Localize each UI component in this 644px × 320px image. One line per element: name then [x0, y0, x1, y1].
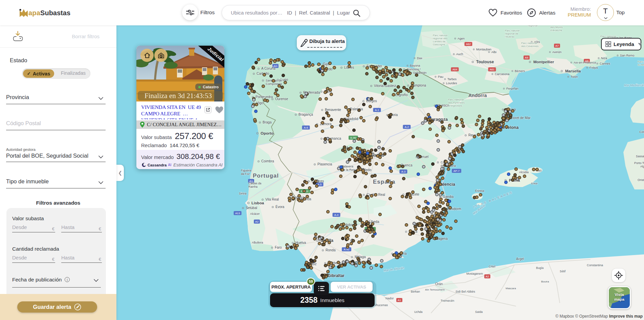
svg-text:Aïn Temouchent: Aïn Temouchent [425, 288, 445, 291]
svg-text:A61: A61 [490, 68, 495, 71]
svg-text:Mostaganem: Mostaganem [466, 272, 483, 275]
svg-text:A-4: A-4 [334, 213, 339, 216]
svg-text:Mar de Alborán: Mar de Alborán [383, 266, 404, 272]
svg-text:Faro: Faro [275, 246, 282, 249]
svg-text:Caldas da: Caldas da [248, 182, 262, 185]
svg-text:Rainha: Rainha [248, 185, 258, 188]
svg-text:San Remo: San Remo [620, 54, 635, 57]
svg-text:Uchda: Uchda [414, 310, 423, 314]
svg-text:Palencia: Palencia [350, 107, 363, 111]
svg-text:S'Illot: S'Illot [531, 182, 538, 185]
svg-text:Parc naturel: Parc naturel [638, 60, 644, 63]
svg-text:Dax: Dax [417, 56, 423, 60]
svg-text:Niza: Niza [601, 56, 607, 60]
svg-text:Argel: Argel [516, 257, 524, 261]
svg-text:Parc national: Parc national [448, 98, 464, 101]
svg-text:Cannes: Cannes [600, 62, 610, 65]
svg-text:Mar Mediterráneo: Mar Mediterráneo [624, 84, 644, 87]
svg-text:Gascogne: Gascogne [433, 43, 445, 46]
svg-text:A-1: A-1 [375, 109, 379, 112]
svg-text:Córcega: Córcega [639, 130, 644, 134]
svg-text:Toulouse: Toulouse [476, 60, 494, 64]
svg-text:Béziers: Béziers [515, 69, 525, 73]
svg-text:Perpiñán: Perpiñán [506, 87, 518, 90]
svg-text:A13: A13 [235, 212, 240, 215]
svg-text:Braga: Braga [263, 120, 272, 124]
svg-text:Porto Torres: Porto Torres [634, 161, 644, 165]
svg-text:Bragança: Bragança [298, 113, 313, 116]
svg-text:A-3: A-3 [401, 170, 406, 173]
svg-text:Albufeira: Albufeira [252, 241, 263, 244]
svg-text:Sintra: Sintra [239, 192, 246, 195]
svg-text:Marsella: Marsella [565, 69, 581, 73]
svg-text:da Foz: da Foz [241, 172, 250, 176]
svg-text:Carcasona: Carcasona [495, 72, 510, 76]
svg-text:A7: A7 [555, 44, 559, 47]
svg-text:Figueira: Figueira [241, 169, 251, 172]
svg-text:Constantina: Constantina [587, 264, 603, 267]
svg-text:des Cévennes: des Cévennes [521, 45, 538, 48]
svg-text:Saïda: Saïda [475, 310, 483, 314]
svg-text:Gandia: Gandia [443, 195, 454, 199]
svg-text:Oristán: Oristán [638, 178, 644, 182]
svg-text:régional de: régional de [505, 32, 518, 35]
svg-text:Orán: Orán [435, 282, 443, 286]
svg-text:Parc naturel: Parc naturel [433, 34, 447, 37]
svg-text:Aix-en-Provence: Aix-en-Provence [574, 61, 596, 64]
svg-text:A-6: A-6 [304, 126, 308, 129]
svg-text:Ariégeoises: Ariégeoises [448, 104, 462, 107]
svg-text:A62: A62 [466, 43, 471, 46]
svg-text:Vila Real: Vila Real [265, 198, 279, 201]
svg-text:A Coruña: A Coruña [261, 67, 275, 70]
svg-text:Tolón: Tolón [571, 75, 578, 78]
svg-text:Portugal: Portugal [253, 173, 279, 179]
svg-text:des Monts: des Monts [550, 26, 563, 29]
svg-text:des Pyrénées: des Pyrénées [448, 101, 465, 104]
svg-text:$: $ [160, 54, 162, 58]
svg-text:Bouira: Bouira [541, 280, 549, 283]
svg-text:Auch: Auch [456, 52, 463, 56]
svg-text:Úbeda: Úbeda [369, 220, 379, 224]
svg-text:Setúbal: Setúbal [246, 206, 257, 210]
svg-text:Andorra: Andorra [468, 93, 487, 98]
svg-text:Lourdes: Lourdes [446, 82, 457, 85]
svg-text:A64: A64 [452, 68, 458, 71]
svg-text:Pau: Pau [438, 75, 443, 78]
svg-text:Lloret de Mar: Lloret de Mar [511, 116, 531, 120]
svg-text:Lisboa: Lisboa [251, 201, 264, 205]
svg-text:Évora: Évora [275, 205, 285, 209]
svg-text:AP-7: AP-7 [453, 169, 460, 173]
svg-text:A2: A2 [486, 275, 489, 278]
svg-text:Sidi Bel Abbès: Sidi Bel Abbès [456, 290, 475, 293]
svg-text:Parc national: Parc national [600, 35, 616, 38]
svg-text:A-92: A-92 [344, 248, 350, 251]
svg-text:Bayona: Bayona [410, 64, 420, 67]
svg-text:Alguer: Alguer [640, 165, 644, 168]
svg-text:Sétif: Sétif [560, 270, 566, 273]
svg-text:Eivissa: Eivissa [475, 189, 484, 192]
svg-text:Fréjus: Fréjus [590, 66, 598, 69]
svg-text:Montpellier: Montpellier [533, 60, 554, 64]
svg-text:Málaga: Málaga [355, 255, 366, 259]
svg-text:Talavera: Talavera [342, 165, 353, 168]
svg-text:A-2: A-2 [405, 125, 409, 129]
svg-text:Tarbes: Tarbes [447, 77, 457, 81]
svg-text:Avinón: Avinón [552, 50, 561, 54]
svg-text:régional des: régional des [433, 37, 448, 40]
svg-text:Montauban: Montauban [476, 48, 491, 51]
svg-text:Donostia /: Donostia / [407, 68, 421, 71]
svg-text:Parc naturel: Parc naturel [505, 29, 519, 32]
svg-text:Berkan: Berkan [411, 290, 420, 293]
svg-text:Sassari: Sassari [636, 155, 644, 158]
svg-text:A1: A1 [398, 299, 401, 302]
svg-text:Tremecén: Tremecén [441, 299, 454, 302]
svg-text:d'Ardèche: d'Ardèche [550, 29, 562, 32]
svg-text:Agen: Agen [458, 37, 465, 40]
svg-text:Alcácer: Alcácer [250, 212, 260, 215]
svg-text:Parc national: Parc national [521, 42, 537, 45]
svg-text:Landes de: Landes de [433, 40, 446, 43]
svg-text:Benavente: Benavente [325, 108, 341, 112]
svg-text:Ourense: Ourense [275, 97, 288, 101]
svg-text:Mascara: Mascara [506, 287, 516, 290]
svg-text:Ronda: Ronda [326, 248, 336, 252]
